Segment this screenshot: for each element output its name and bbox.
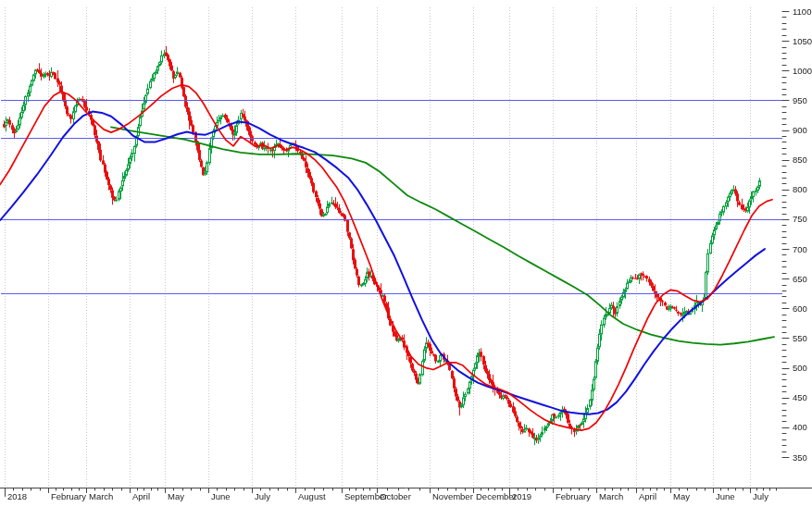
candlestick-chart-canvas bbox=[0, 0, 812, 507]
stock-chart-window: Τράπεζες (805.750, 824.470, 799.690, 817… bbox=[0, 0, 812, 507]
